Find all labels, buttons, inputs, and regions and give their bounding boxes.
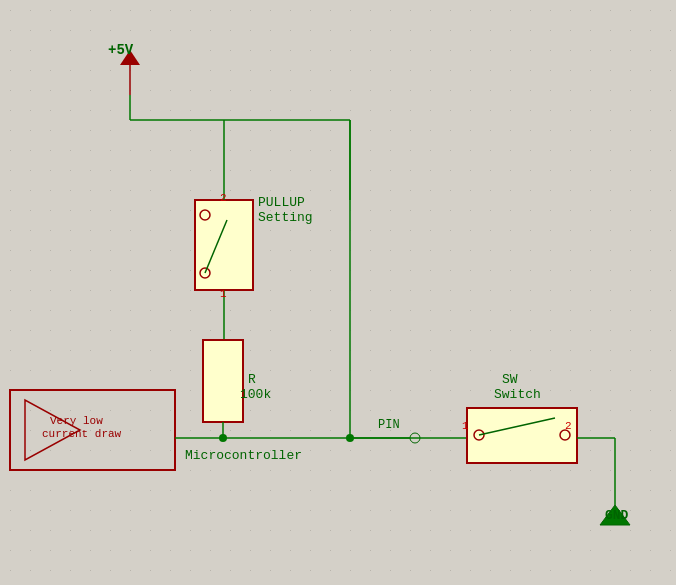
- schematic-canvas: +5V PULLUP Setting R 100k Microcontrolle…: [0, 0, 676, 585]
